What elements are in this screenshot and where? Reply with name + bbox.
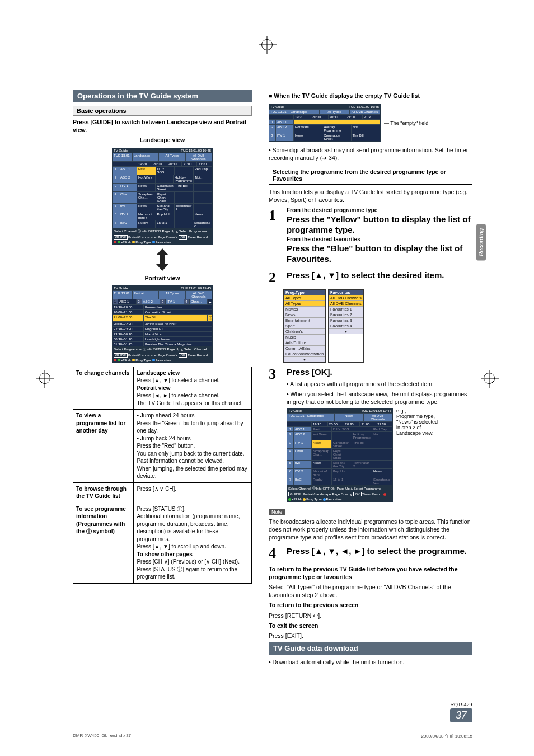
footer-file: DMR-XW450_GL_en.indb 37 (73, 733, 131, 739)
step-1: 1 From the desired programme type Press … (269, 207, 472, 266)
return-h1: To return to the previous TV Guide list … (269, 565, 472, 581)
return-h3: To exit the screen (269, 622, 472, 630)
page-code: RQT9429 (450, 702, 472, 707)
type-fav-lists: Prog.TypeAll TypesAll TypesMoviesNewsEnt… (283, 289, 472, 363)
key-portrait-landscape: GUIDE Portrait/Landscape (114, 235, 156, 240)
tvguide-title: TV Guide (114, 149, 128, 152)
prog-type-list: Prog.TypeAll TypesAll TypesMoviesNewsEnt… (283, 289, 326, 363)
key-select-channel: Select Channel (114, 229, 137, 234)
up-down-arrow-icon (155, 248, 170, 271)
step3-head: Press [OK]. (287, 367, 472, 378)
page-badge: RQT9429 37 (450, 702, 472, 722)
return-t3: Press [EXIT]. (269, 632, 472, 640)
step4-head: Press [▲, ▼, ◄, ►] to select the program… (287, 546, 472, 557)
step1-mid: From the desired favourites (287, 236, 472, 242)
key-yellow: Prog.Type (132, 241, 151, 244)
step3-caption: e.g., Programme type, "News" is selected… (396, 408, 441, 436)
note-label: Note (269, 509, 285, 515)
favourites-list: FavouritesAll DVB ChannelsAll DVB Channe… (328, 289, 364, 363)
key-blue: Favourites (152, 241, 171, 244)
tg-mode-p: Portrait (133, 291, 159, 299)
section-title-operations: Operations in the TV Guide system (73, 90, 252, 102)
svg-marker-0 (156, 248, 168, 271)
key-page-up: Page Up ∧ (162, 229, 177, 234)
registration-mark-left (39, 373, 50, 384)
key-select-prog-p: Select Programme (114, 347, 142, 352)
tvguide-landscape: TV Guide TUE 13.01.09 19:45 TUE 13.01 La… (112, 148, 213, 245)
tvguide-empty: TV Guide TUE 13.01.09 19:45 TUE 13.01 La… (269, 104, 381, 142)
tg-footer: Select Channel ⓘ Info OPTION Page Up ∧ S… (113, 228, 212, 245)
tg-footer-p: Select Programme ⓘ Info OPTION Page Up ∧… (113, 346, 212, 363)
sub-heading-basic-ops: Basic operations (73, 106, 252, 116)
tvguide-title-p: TV Guide (114, 287, 128, 290)
tg-timeslots-row: 19:3020:0020:3021:0021:30 (113, 161, 212, 166)
registration-mark-top (261, 39, 273, 50)
step-num-2: 2 (269, 269, 281, 286)
tvguide-timestamp: TUE 13.01.09 19:45 (181, 149, 211, 152)
key-info-option: ⓘ Info OPTION (138, 229, 161, 234)
side-tab-recording: Recording (476, 224, 486, 260)
step-4: 4 Press [▲, ▼, ◄, ►] to select the progr… (269, 545, 472, 562)
key-info-p: ⓘ Info OPTION (143, 347, 166, 352)
section-title-download: TV Guide data download (269, 642, 472, 655)
key-green: +24 Hr (118, 241, 131, 244)
boxed-sub: This function lets you display a TV Guid… (269, 188, 472, 204)
return-t1: Select "All Types" of the programme type… (269, 583, 472, 599)
key-pagedown-p: Page Down ∨ (157, 353, 177, 358)
tvguide-timestamp-p: TUE 13.01.09 19:45 (181, 287, 211, 290)
tvguide-news-filtered: TV Guide TUE 13.01.09 19:45 TUE 13.01 La… (287, 408, 393, 502)
return-t2: Press [RETURN ↩]. (269, 612, 472, 619)
empty-note: • Some digital broadcast may not send pr… (269, 146, 472, 162)
intro-text: Press [GUIDE] to switch between Landscap… (73, 118, 252, 134)
tg-footer-news: Select Channel ⓘ Info OPTION Page Up ∧ S… (287, 485, 392, 501)
boxed-heading: Selecting the programme from the desired… (269, 166, 472, 185)
print-footer: DMR-XW450_GL_en.indb 37 2009/04/08 午前 10… (73, 733, 472, 739)
tg-timer-p: TUE 13.01 (113, 291, 133, 299)
return-h2: To return to the previous screen (269, 601, 472, 609)
step-3: 3 Press [OK]. • A list appears with all … (269, 366, 472, 502)
key-pageup-p: Page Up ∧ (167, 347, 182, 352)
registration-mark-right (484, 373, 495, 384)
step-num-4: 4 (269, 545, 281, 562)
key-timer-p: OK Timer Record (179, 353, 208, 358)
step2-head: Press [▲, ▼] to select the desired item. (287, 270, 472, 281)
key-page-down: Page Down ∨ (157, 235, 177, 240)
tg-alltypes: All Types (159, 153, 185, 161)
key-selch-p: Select Channel (184, 347, 207, 352)
landscape-view-label: Landscape view (73, 136, 252, 144)
step1-head2: Press the "Blue" button to display the l… (287, 243, 472, 265)
tg-dvb-p: All DVB Channels (186, 291, 212, 299)
empty-field-label: — The "empty" field (384, 120, 428, 126)
footer-date: 2009/04/08 午前 10:06:15 (421, 733, 472, 739)
tvguide-portrait: TV Guide TUE 13.01.09 19:45 TUE 13.01 Po… (112, 285, 213, 363)
key-select-prog: Select Programme (179, 229, 207, 234)
step1-pre: From the desired programme type (287, 207, 472, 213)
tg-alldvb: All DVB Channels (186, 153, 212, 161)
step-num-1: 1 (269, 207, 281, 224)
portrait-channels-row: 1ABC 12ABC 23ITV 14Chan…▶ (113, 299, 212, 304)
step-2: 2 Press [▲, ▼] to select the desired ite… (269, 269, 472, 286)
tg-types-p: All Types (159, 291, 185, 299)
portrait-view-label: Portrait view (73, 274, 252, 282)
step1-head1: Press the "Yellow" button to display the… (287, 214, 472, 236)
key-pl-p: GUIDE Portrait/Landscape (114, 353, 156, 358)
step-num-3: 3 (269, 366, 281, 383)
operations-table: To change channelsLandscape viewPress [▲… (73, 367, 252, 584)
tg-mode: Landscape (133, 153, 159, 161)
page-number: 37 (450, 708, 472, 722)
note-text: The broadcasters allocate individual pro… (269, 518, 472, 542)
key-timer-rec: OK Timer Record (179, 235, 208, 240)
download-text: • Download automatically while the unit … (269, 658, 472, 666)
key-red (114, 241, 116, 244)
empty-heading: ■ When the TV Guide displays the empty T… (269, 92, 472, 100)
tg-timer-label: TUE 13.01 (113, 153, 133, 161)
